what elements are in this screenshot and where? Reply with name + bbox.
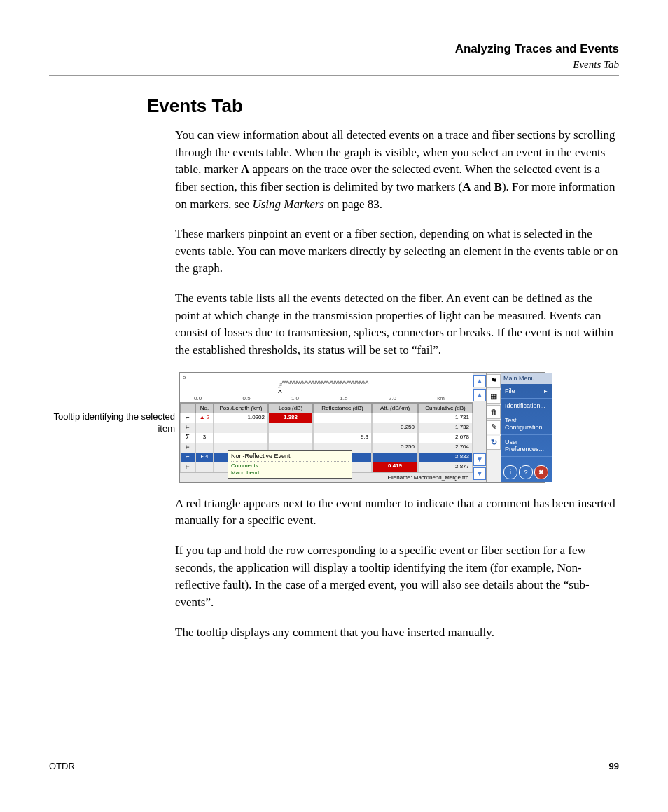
side-menu: Main Menu File ▸ Identification... Test … — [501, 373, 552, 482]
info-icon[interactable]: i — [503, 465, 517, 479]
paragraph-1: You can view information about all detec… — [175, 127, 619, 213]
paragraph-4: A red triangle appears next to the event… — [175, 495, 619, 530]
graph-x-ticks: 0.0 0.5 1.0 1.5 2.0 km — [194, 395, 445, 401]
chevron-right-icon: ▸ — [544, 387, 548, 394]
section-subtitle: Events Tab — [49, 59, 619, 71]
table-row[interactable]: ⌐▲ 21.03021.3831.731 — [180, 413, 473, 423]
scroll-up-button[interactable]: ▲ — [473, 389, 486, 401]
header-rule — [49, 75, 619, 76]
menu-file[interactable]: File ▸ — [501, 384, 552, 399]
flag-button[interactable]: ⚑ — [487, 374, 501, 388]
page-heading: Events Tab — [147, 95, 619, 117]
events-table[interactable]: No. Pos./Length (km) Loss (dB) Reflectan… — [180, 403, 473, 472]
table-row[interactable]: Σ39.32.678 — [180, 433, 473, 443]
edit-button[interactable]: ✎ — [487, 420, 501, 434]
footer-product: OTDR — [49, 761, 75, 771]
graph-y-tick: 5 — [183, 374, 186, 380]
page-number: 99 — [609, 761, 619, 771]
scroll-top-button[interactable]: ▲ — [473, 375, 486, 387]
menu-identification[interactable]: Identification... — [501, 399, 552, 413]
tooltip-title: Non-Reflective Event — [231, 453, 349, 460]
close-icon[interactable]: ✖ — [534, 465, 548, 479]
chapter-title: Analyzing Traces and Events — [49, 42, 619, 56]
menu-user-prefs[interactable]: User Preferences... — [501, 435, 552, 457]
app-screenshot: 5 A ‸ₐᴬᴬᴬⱽᴬᴬⱽᴬᴬᴬⱽᴬⱽᴬᴬⱽᴬᴬⱽᴬᴬᴬⱽᴬⱽᴬᴬⱽᴬᴬⱽᴬᴬᴬ… — [179, 372, 545, 483]
trace-graph[interactable]: 5 A ‸ₐᴬᴬᴬⱽᴬᴬⱽᴬᴬᴬⱽᴬⱽᴬᴬⱽᴬᴬⱽᴬᴬᴬⱽᴬⱽᴬᴬⱽᴬᴬⱽᴬᴬᴬ… — [180, 373, 473, 403]
event-tooltip: Non-Reflective Event Comments Macrobend — [228, 450, 352, 479]
trace-noise: ‸ₐᴬᴬᴬⱽᴬᴬⱽᴬᴬᴬⱽᴬⱽᴬᴬⱽᴬᴬⱽᴬᴬᴬⱽᴬⱽᴬᴬⱽᴬᴬⱽᴬᴬᴬⱽᴬⱽᴬ… — [278, 380, 452, 391]
grid-button[interactable]: ▦ — [487, 390, 501, 404]
paragraph-3: The events table lists all the events de… — [175, 290, 619, 359]
events-table-header: No. Pos./Length (km) Loss (dB) Reflectan… — [180, 403, 473, 413]
tool-column: ⚑ ▦ 🗑 ✎ ↻ — [486, 373, 501, 482]
menu-test-config[interactable]: Test Configuration... — [501, 413, 552, 435]
refresh-button[interactable]: ↻ — [487, 436, 501, 450]
tooltip-comment-value: Macrobend — [231, 469, 349, 476]
tooltip-comments-label: Comments — [231, 462, 349, 469]
delete-button[interactable]: 🗑 — [487, 405, 501, 419]
menu-header: Main Menu — [501, 373, 552, 384]
paragraph-6: The tooltip displays any comment that yo… — [175, 624, 619, 642]
paragraph-2: These markers pinpoint an event or a fib… — [175, 226, 619, 277]
scroll-down-button[interactable]: ▼ — [473, 453, 486, 466]
paragraph-5: If you tap and hold the row correspondin… — [175, 542, 619, 612]
scroll-bottom-button[interactable]: ▼ — [473, 467, 486, 480]
table-row[interactable]: ⊢0.2501.732 — [180, 423, 473, 433]
scroll-column: ▲ ▲ ▼ ▼ — [473, 373, 486, 482]
figure-callout: Tooltip identifying the selected item — [49, 372, 179, 435]
help-icon[interactable]: ? — [519, 465, 533, 479]
